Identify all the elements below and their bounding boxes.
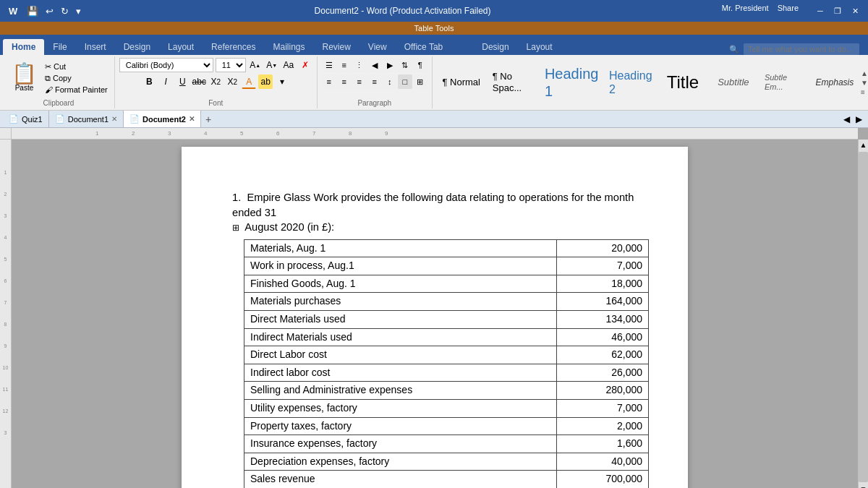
- show-hide-button[interactable]: ¶: [413, 58, 427, 72]
- redo-button[interactable]: ↻: [59, 6, 71, 17]
- font-color-dropdown[interactable]: ▾: [275, 74, 289, 89]
- scroll-down-button[interactable]: ▼: [859, 484, 868, 488]
- style-title-button[interactable]: Title: [658, 64, 707, 101]
- main-tabs: Home File Insert Design Layout Reference…: [3, 39, 451, 55]
- numbering-button[interactable]: ≡: [337, 58, 352, 72]
- format-painter-button[interactable]: 🖌 Format Painter: [43, 85, 110, 95]
- doc-tab-document1-close[interactable]: ✕: [111, 115, 117, 123]
- clipboard-group: 📋 Paste ✂ Cut ⧉ Copy 🖌 Format Painter Cl…: [3, 56, 115, 108]
- superscript-button[interactable]: X2: [225, 74, 239, 89]
- undo-button[interactable]: ↩: [43, 6, 56, 17]
- align-left-button[interactable]: ≡: [322, 74, 336, 89]
- tab-office-tab[interactable]: Office Tab: [396, 39, 452, 55]
- doc-tab-document2[interactable]: 📄 Document2 ✕: [124, 111, 201, 127]
- font-color-button[interactable]: A: [242, 74, 256, 89]
- ruler-mark-1: 1: [95, 130, 98, 137]
- change-case-button[interactable]: Aa: [281, 58, 296, 72]
- styles-scroll-up[interactable]: ▲: [861, 69, 868, 77]
- subscript-button[interactable]: X2: [208, 74, 223, 89]
- italic-button[interactable]: I: [158, 74, 173, 89]
- tab-file[interactable]: File: [44, 39, 75, 55]
- cut-label: Cut: [54, 62, 66, 71]
- clear-formatting-button[interactable]: ✗: [298, 58, 312, 72]
- decrease-indent-button[interactable]: ◀: [367, 58, 382, 72]
- borders-button[interactable]: ⊞: [413, 74, 427, 89]
- table-cell-amount: 280,000: [556, 382, 648, 400]
- save-button[interactable]: 💾: [25, 6, 41, 17]
- style-emphasis-preview: Emphasis: [816, 77, 854, 87]
- strikethrough-button[interactable]: abc: [192, 74, 206, 89]
- style-title-preview: Title: [667, 72, 699, 93]
- sort-button[interactable]: ⇅: [398, 58, 412, 72]
- tab-home[interactable]: Home: [3, 39, 44, 55]
- doc-tab-quiz1[interactable]: 📄 Quiz1: [3, 111, 49, 127]
- scroll-up-button[interactable]: ▲: [859, 140, 868, 150]
- table-tools-label: Table Tools: [414, 24, 454, 33]
- tab-review[interactable]: Review: [313, 39, 359, 55]
- style-subtitle-button[interactable]: Subtitle: [709, 64, 758, 101]
- scroll-thumb[interactable]: [859, 152, 868, 482]
- ruler-mark-7: 7: [312, 130, 315, 137]
- paste-button[interactable]: 📋 Paste: [7, 62, 41, 93]
- table-cell-amount: 134,000: [556, 310, 648, 328]
- font-name-select[interactable]: Calibri (Body): [119, 58, 213, 72]
- multilevel-list-button[interactable]: ⋮: [352, 58, 367, 72]
- right-scrollbar[interactable]: ▲ ▼: [858, 140, 868, 488]
- table-cell-amount: 2,000: [556, 417, 648, 435]
- share-button[interactable]: Share: [778, 4, 799, 18]
- table-row: Work in process, Aug.17,000: [244, 257, 649, 275]
- line-spacing-button[interactable]: ↕: [383, 74, 397, 89]
- styles-scroll-down[interactable]: ▼: [861, 79, 868, 87]
- font-shrink-button[interactable]: A▼: [265, 58, 279, 72]
- shading-button[interactable]: □: [398, 74, 412, 89]
- copy-button[interactable]: ⧉ Copy: [43, 73, 110, 84]
- user-name[interactable]: Mr. President: [722, 4, 769, 18]
- doc-tab-document2-close[interactable]: ✕: [189, 115, 195, 123]
- window-title: Document2 - Word (Product Activation Fai…: [83, 6, 722, 16]
- style-normal-button[interactable]: ¶ Normal: [437, 64, 486, 101]
- table-cell-item: Work in process, Aug.1: [244, 257, 557, 275]
- table-cell-item: Selling and Administrative expenses: [244, 382, 557, 400]
- close-button[interactable]: ✕: [848, 4, 862, 18]
- document-area[interactable]: 1. Empire Glass Work provides the follow…: [12, 140, 858, 488]
- tab-references[interactable]: References: [203, 39, 264, 55]
- tabs-scroll-right[interactable]: ▶: [853, 114, 865, 124]
- increase-indent-button[interactable]: ▶: [383, 58, 397, 72]
- tabs-scroll-left[interactable]: ◀: [841, 114, 853, 124]
- styles-expand[interactable]: ≡: [861, 88, 868, 96]
- customize-quick-access[interactable]: ▾: [74, 6, 83, 17]
- align-center-button[interactable]: ≡: [337, 74, 352, 89]
- tab-design[interactable]: Design: [115, 39, 159, 55]
- ruler-mark-5: 4: [4, 226, 7, 248]
- para-row-1: ☰ ≡ ⋮ ◀ ▶ ⇅ ¶: [322, 58, 427, 72]
- tab-mailings[interactable]: Mailings: [264, 39, 313, 55]
- highlight-button[interactable]: ab: [258, 74, 273, 89]
- minimize-button[interactable]: ─: [813, 4, 827, 18]
- new-tab-button[interactable]: +: [201, 112, 216, 127]
- bullets-button[interactable]: ☰: [322, 58, 336, 72]
- table-row: Utility expenses, factory7,000: [244, 399, 649, 417]
- style-heading1-button[interactable]: Heading 1: [540, 64, 603, 101]
- bold-button[interactable]: B: [142, 74, 156, 89]
- style-heading2-button[interactable]: Heading 2: [605, 64, 657, 101]
- tab-layout-table[interactable]: Layout: [518, 39, 561, 55]
- justify-button[interactable]: ≡: [367, 74, 382, 89]
- tab-insert[interactable]: Insert: [76, 39, 115, 55]
- font-grow-button[interactable]: A▲: [248, 58, 263, 72]
- ruler-mark-4: 3: [4, 205, 7, 226]
- font-size-select[interactable]: 11: [216, 58, 246, 72]
- tell-me-input[interactable]: [744, 43, 859, 55]
- table-expand-icon: ⊞: [232, 223, 239, 233]
- restore-button[interactable]: ❐: [830, 4, 845, 18]
- style-no-spacing-button[interactable]: ¶ No Spac...: [488, 64, 539, 101]
- tab-design-table[interactable]: Design: [473, 39, 517, 55]
- tab-view[interactable]: View: [359, 39, 396, 55]
- cut-button[interactable]: ✂ Cut: [43, 61, 110, 72]
- tab-layout[interactable]: Layout: [159, 39, 203, 55]
- doc-tab-document1[interactable]: 📄 Document1 ✕: [49, 111, 124, 127]
- underline-button[interactable]: U: [175, 74, 190, 89]
- style-subtle-em-button[interactable]: Subtle Em...: [760, 64, 809, 101]
- style-emphasis-button[interactable]: Emphasis: [810, 64, 859, 101]
- left-ruler: 1 2 3 4 5 6 7 8 9 10 11 12 3: [0, 140, 12, 488]
- align-right-button[interactable]: ≡: [352, 74, 367, 89]
